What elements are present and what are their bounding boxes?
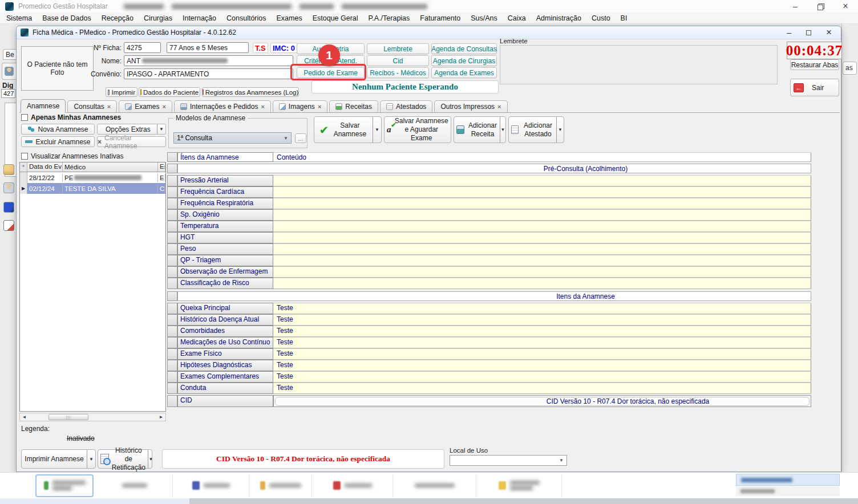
selector-cell[interactable] xyxy=(167,209,177,221)
item-content-medicacoes-de-uso-continuo[interactable]: Teste xyxy=(273,337,811,348)
tab-close-icon[interactable]: × xyxy=(318,103,321,110)
selector-cell[interactable] xyxy=(167,360,177,371)
quick-button-agenda-de-exames[interactable]: Agenda de Exames xyxy=(431,67,497,78)
menu-item-exames[interactable]: Exames xyxy=(272,14,307,22)
app-minimize-button[interactable]: – xyxy=(783,0,808,13)
background-tab[interactable]: Be xyxy=(3,49,16,60)
item-content-frequencia-respiratoria[interactable] xyxy=(273,198,811,209)
add-recipe-button[interactable]: Adicionar Receita ▼ xyxy=(454,116,506,143)
quick-button-lembrete[interactable]: Lembrete xyxy=(367,43,429,54)
item-content-frequencia-cardiaca[interactable] xyxy=(273,186,811,198)
item-content-exames-complementares[interactable]: Teste xyxy=(273,371,811,383)
menu-item-base-de-dados[interactable]: Base de Dados xyxy=(37,14,96,22)
background-patient-tab[interactable] xyxy=(2,63,16,80)
taskbar-item[interactable] xyxy=(249,474,312,497)
scrollbar-thumb[interactable]: ||| xyxy=(48,414,88,420)
exit-button[interactable]: ←Sair xyxy=(790,79,839,96)
item-content-comorbidades[interactable]: Teste xyxy=(273,326,811,337)
menu-item-recepcao[interactable]: Recepção xyxy=(96,14,139,22)
selector-cell[interactable] xyxy=(167,371,177,383)
menu-item-faturamento[interactable]: Faturamento xyxy=(415,14,466,22)
selector-cell[interactable] xyxy=(167,198,177,209)
add-certificate-button[interactable]: Adicionar Atestado ▼ xyxy=(508,116,564,143)
column-date[interactable]: Data do Ev xyxy=(27,162,63,172)
lembrete-textarea[interactable] xyxy=(500,45,778,84)
history-dropdown-arrow[interactable]: ▼ xyxy=(148,450,153,468)
save-wait-exam-button[interactable]: aSalvar Anamnese e Aguardar Exame xyxy=(384,116,451,143)
scroll-left-icon[interactable]: ◄ xyxy=(20,413,29,421)
item-content-queixa-principal[interactable]: Teste xyxy=(273,303,811,314)
taskbar-item[interactable] xyxy=(97,474,173,497)
menu-item-p-a-terapias[interactable]: P.A./Terapias xyxy=(363,14,415,22)
taskbar-item[interactable] xyxy=(393,474,476,497)
certificate-dropdown-arrow[interactable]: ▼ xyxy=(556,117,564,143)
item-content-hgt[interactable] xyxy=(273,232,811,243)
column-esp[interactable]: Esp xyxy=(158,162,165,172)
menu-item-sus-ans[interactable]: Sus/Ans xyxy=(466,14,503,22)
selector-cell[interactable] xyxy=(167,314,177,326)
tab-anamnese[interactable]: Anamnese xyxy=(21,99,66,113)
tab-atestados[interactable]: Atestados xyxy=(380,100,432,112)
taskbar-right-panel[interactable] xyxy=(736,474,840,497)
selector-cell[interactable] xyxy=(167,326,177,337)
quick-button-recibos-medicos[interactable]: Recibos - Médicos xyxy=(367,67,429,78)
selector-cell[interactable] xyxy=(167,337,177,348)
inactive-checkbox-row[interactable]: Visualizar Anamneses Inativas xyxy=(21,152,124,160)
anamnese-list-scrollbar[interactable]: ◄ ||| ► xyxy=(19,413,166,421)
tab-close-icon[interactable]: × xyxy=(163,103,166,110)
menu-item-internacao[interactable]: Internação xyxy=(177,14,221,22)
only-mine-checkbox-row[interactable]: Apenas Minhas Anamneses xyxy=(21,113,121,121)
window-minimize-button[interactable]: – xyxy=(787,28,791,37)
app-close-button[interactable]: × xyxy=(833,0,858,13)
ficha-input[interactable]: 4275 xyxy=(124,42,161,53)
delete-anamnese-button[interactable]: Excluir Anamnese xyxy=(21,136,95,147)
imc-button[interactable]: IMC: 0 xyxy=(270,43,297,53)
convenio-input[interactable]: IPASGO - APARTAMENTO xyxy=(124,68,293,79)
selector-cell[interactable] xyxy=(167,221,177,232)
tab-internacoes-e-pedidos[interactable]: Internações e Pedidos× xyxy=(174,100,271,112)
item-content-observacao-de-enfermagem[interactable] xyxy=(273,266,811,278)
ts-button[interactable]: T.S xyxy=(253,43,268,53)
save-anamnese-button[interactable]: ✔Salvar Anamnese ▼ xyxy=(314,116,382,143)
cancel-anamnese-button[interactable]: ×Cancelar Anamnese xyxy=(97,136,166,147)
notepad-icon[interactable] xyxy=(3,220,14,231)
tab-receitas[interactable]: Receitas xyxy=(329,100,378,112)
menu-item-estoque-geral[interactable]: Estoque Geral xyxy=(307,14,363,22)
extra-options-button[interactable]: Opções Extras▼ xyxy=(97,124,166,135)
menu-item-caixa[interactable]: Caixa xyxy=(503,14,531,22)
selector-cell[interactable] xyxy=(167,395,177,407)
selector-cell[interactable] xyxy=(167,186,177,198)
recipe-dropdown-arrow[interactable]: ▼ xyxy=(500,117,505,143)
tab-outros-impressos[interactable]: Outros Impressos× xyxy=(434,100,507,112)
menu-item-cirurgias[interactable]: Cirurgias xyxy=(139,14,177,22)
item-content-qp-triagem[interactable] xyxy=(273,255,811,266)
taskbar-item[interactable] xyxy=(476,474,562,497)
tab-imagens[interactable]: Imagens× xyxy=(273,100,327,112)
only-mine-checkbox[interactable] xyxy=(21,114,28,121)
scroll-right-icon[interactable]: ► xyxy=(157,413,165,421)
menu-item-bi[interactable]: BI xyxy=(616,14,633,22)
item-content-conduta[interactable]: Teste xyxy=(273,383,811,394)
menu-item-custo[interactable]: Custo xyxy=(586,14,616,22)
menu-item-sistema[interactable]: Sistema xyxy=(1,14,37,22)
cid-row-cell[interactable]: CID Versão 10 - R07.4 Dor torácica, não … xyxy=(273,395,811,407)
app-restore-button[interactable] xyxy=(808,0,833,13)
column-selector[interactable]: * xyxy=(20,162,27,172)
taskbar-item[interactable] xyxy=(35,474,94,497)
quick-button-cid[interactable]: Cid xyxy=(367,55,429,66)
item-content-peso[interactable] xyxy=(273,243,811,255)
print-anamnese-button[interactable]: Imprimir Anamnese ▼ xyxy=(21,449,96,469)
tab-close-icon[interactable]: × xyxy=(497,103,501,110)
item-content-sp-oxigenio[interactable] xyxy=(273,209,811,221)
name-input[interactable]: ANT xyxy=(124,55,293,66)
print-button[interactable]: Imprimir xyxy=(106,87,137,97)
taskbar-item[interactable] xyxy=(173,474,249,497)
item-content-pressao-arterial[interactable] xyxy=(273,175,811,186)
rectification-history-button[interactable]: Histórico deRetificação ▼ xyxy=(98,449,152,469)
menu-item-consultorios[interactable]: Consultórios xyxy=(221,14,271,22)
selector-cell[interactable] xyxy=(167,175,177,186)
item-content-temperatura[interactable] xyxy=(273,221,811,232)
list-item[interactable]: ▶02/12/24TESTE DA SILVACLI xyxy=(20,183,165,194)
window-close-button[interactable]: × xyxy=(826,27,832,38)
tab-close-icon[interactable]: × xyxy=(107,103,111,110)
